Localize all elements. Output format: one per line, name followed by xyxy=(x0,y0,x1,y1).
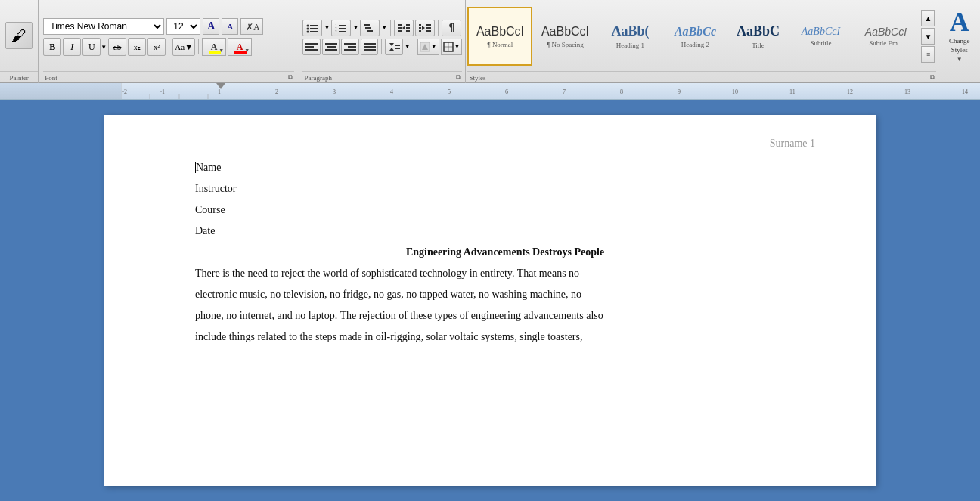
font-color-button[interactable]: A ▼ xyxy=(228,38,252,56)
style-normal[interactable]: AaBbCcI ¶ Normal xyxy=(467,7,532,66)
style-subtitle-preview: AaBbCcI xyxy=(802,26,840,39)
svg-text:2: 2 xyxy=(275,88,278,95)
decrease-indent-button[interactable] xyxy=(394,20,414,36)
style-normal-preview: AaBbCcI xyxy=(476,24,524,39)
svg-rect-18 xyxy=(398,27,402,29)
align-right-button[interactable] xyxy=(341,39,359,55)
style-no-spacing[interactable]: AaBbCcI ¶ No Spacing xyxy=(532,7,597,66)
underline-button[interactable]: U xyxy=(82,38,101,56)
svg-rect-15 xyxy=(367,30,373,32)
font-section-label: Font xyxy=(45,74,57,82)
styles-scroll-down[interactable]: ▼ xyxy=(921,28,935,45)
line-spacing-dropdown[interactable]: ▼ xyxy=(405,43,411,50)
svg-rect-12 xyxy=(339,31,346,32)
paragraph-expand-icon[interactable]: ⧉ xyxy=(456,73,461,82)
page-body[interactable]: Name Instructor Course Date Engineering … xyxy=(195,157,815,348)
svg-rect-36 xyxy=(344,43,356,45)
svg-rect-37 xyxy=(348,46,356,48)
svg-text:✗A: ✗A xyxy=(246,22,259,32)
font-shrink-button[interactable]: A xyxy=(222,18,238,35)
multilevel-dropdown[interactable]: ▼ xyxy=(381,24,387,31)
highlight-color-button[interactable]: A ▼ xyxy=(202,38,226,56)
svg-rect-41 xyxy=(364,49,376,51)
style-heading1[interactable]: AaBb( Heading 1 xyxy=(597,7,662,66)
align-center-button[interactable] xyxy=(322,39,340,55)
svg-rect-2 xyxy=(310,25,318,26)
clear-format-button[interactable]: ✗A xyxy=(240,18,263,35)
svg-text:4: 4 xyxy=(390,88,393,95)
superscript-button[interactable]: x² xyxy=(147,38,166,56)
change-styles-button[interactable]: A Change Styles ▼ xyxy=(946,8,973,63)
svg-text:10: 10 xyxy=(732,88,738,95)
line-spacing-button[interactable] xyxy=(385,39,403,55)
svg-text:12: 12 xyxy=(847,88,853,95)
styles-scroll-up[interactable]: ▲ xyxy=(921,10,935,26)
numbered-list-button[interactable]: 1.2.3. xyxy=(331,20,351,36)
style-subtitle-label: Subtitle xyxy=(810,39,831,47)
styles-scroll-controls: ▲ ▼ ≡ xyxy=(920,8,936,64)
painter-label: Painter xyxy=(9,74,29,82)
bullets-dropdown[interactable]: ▼ xyxy=(324,24,330,31)
numbered-dropdown[interactable]: ▼ xyxy=(352,24,358,31)
svg-rect-31 xyxy=(305,46,314,48)
style-heading1-label: Heading 1 xyxy=(616,42,644,49)
font-section: Times New Roman 12 A A ✗A B I U ▼ ab x₂ … xyxy=(39,0,299,83)
show-hide-button[interactable]: ¶ xyxy=(442,20,461,36)
svg-marker-43 xyxy=(389,48,394,51)
svg-rect-26 xyxy=(419,30,421,32)
svg-point-3 xyxy=(307,27,309,29)
body-paragraph-2: electronic music, no television, no frid… xyxy=(195,284,815,305)
svg-rect-33 xyxy=(325,43,337,45)
format-painter-button[interactable]: 🖌 xyxy=(5,22,33,49)
style-heading1-preview: AaBb( xyxy=(611,23,649,40)
multilevel-list-button[interactable] xyxy=(360,20,380,36)
increase-indent-button[interactable] xyxy=(415,20,435,36)
essay-title: Engineering Advancements Destroys People xyxy=(195,242,815,263)
styles-expand-icon[interactable]: ⧉ xyxy=(930,73,935,82)
style-no-spacing-label: ¶ No Spacing xyxy=(547,41,584,48)
font-name-select[interactable]: Times New Roman xyxy=(43,18,164,35)
bold-button[interactable]: B xyxy=(43,38,61,56)
borders-button[interactable]: ▼ xyxy=(441,39,463,55)
font-size-select[interactable]: 12 xyxy=(166,18,200,35)
subscript-button[interactable]: x₂ xyxy=(128,38,146,56)
style-heading2[interactable]: AaBbCc Heading 2 xyxy=(662,7,727,66)
svg-text:11: 11 xyxy=(789,88,795,95)
style-subtitle[interactable]: AaBbCcI Subtitle xyxy=(788,7,853,66)
svg-rect-35 xyxy=(325,49,337,51)
svg-rect-24 xyxy=(419,24,421,26)
svg-rect-32 xyxy=(305,49,318,51)
font-grow-button[interactable]: A xyxy=(203,18,219,35)
svg-text:·2: ·2 xyxy=(122,88,127,95)
style-title[interactable]: AaBbC Title xyxy=(727,7,788,66)
svg-rect-40 xyxy=(364,46,376,48)
style-subtle-em-preview: AaBbCcI xyxy=(865,26,907,39)
style-subtle-em[interactable]: AaBbCcI Subtle Em... xyxy=(853,7,918,66)
svg-rect-8 xyxy=(339,25,346,26)
paragraph-section-label: Paragraph xyxy=(304,74,331,82)
svg-text:8: 8 xyxy=(620,88,623,95)
font-expand-icon[interactable]: ⧉ xyxy=(288,73,293,82)
svg-text:5: 5 xyxy=(448,88,451,95)
align-left-button[interactable] xyxy=(302,39,321,55)
svg-rect-19 xyxy=(398,30,402,32)
styles-section: AaBbCcI ¶ Normal AaBbCcI ¶ No Spacing Aa… xyxy=(466,0,938,83)
italic-button[interactable]: I xyxy=(63,38,81,56)
svg-rect-29 xyxy=(426,30,431,32)
justify-button[interactable] xyxy=(361,39,379,55)
svg-rect-39 xyxy=(364,43,376,45)
bullets-button[interactable] xyxy=(302,20,322,36)
left-indent-marker[interactable] xyxy=(216,83,225,89)
strikethrough-button[interactable]: ab xyxy=(108,38,126,56)
date-line: Date xyxy=(195,221,815,242)
instructor-line: Instructor xyxy=(195,178,815,199)
svg-rect-38 xyxy=(344,49,356,51)
styles-more-button[interactable]: ≡ xyxy=(921,46,935,63)
document-page: Surname 1 Name Instructor Course Date En… xyxy=(104,115,876,486)
dropdown-u[interactable]: ▼ xyxy=(101,44,107,51)
style-heading2-label: Heading 2 xyxy=(681,41,709,48)
change-case-button[interactable]: Aa▼ xyxy=(172,38,195,56)
shading-button[interactable]: ▼ xyxy=(417,39,439,55)
svg-marker-42 xyxy=(389,43,394,46)
svg-rect-25 xyxy=(419,27,421,29)
